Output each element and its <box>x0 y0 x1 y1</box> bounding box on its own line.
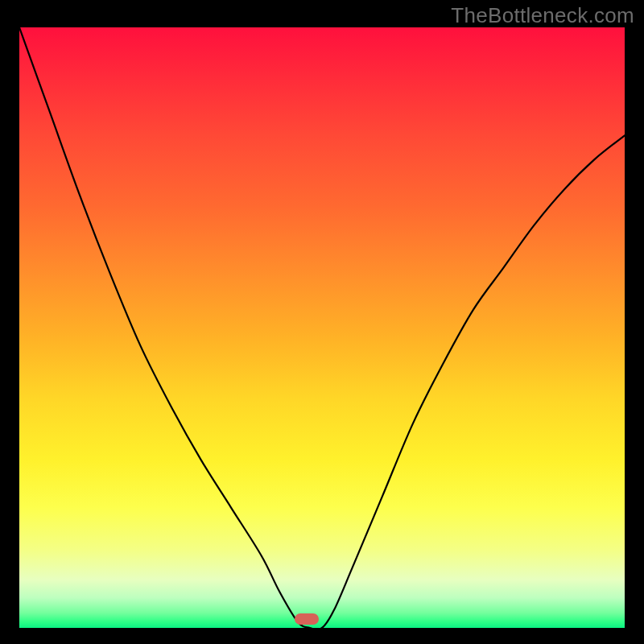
watermark-text: TheBottleneck.com <box>451 3 634 28</box>
curve-path <box>19 27 625 628</box>
plot-area <box>19 27 625 628</box>
optimum-marker <box>295 613 319 625</box>
bottleneck-curve <box>19 27 625 628</box>
chart-frame: TheBottleneck.com <box>0 0 644 644</box>
